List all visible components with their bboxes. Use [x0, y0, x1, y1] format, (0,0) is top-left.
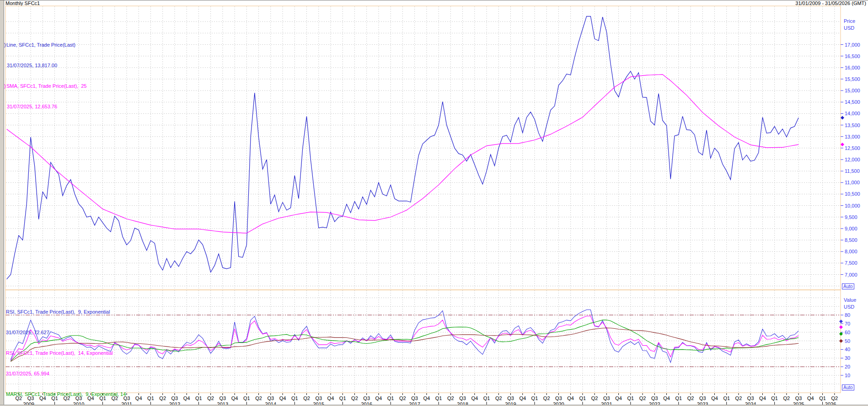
- price-tick-label: 15,500: [845, 76, 860, 82]
- price-tick-label: 7,500: [845, 260, 857, 266]
- price-tick-label: 8,500: [845, 237, 857, 243]
- x-quarter-label: Q1: [723, 395, 730, 401]
- x-quarter-label: Q2: [639, 395, 646, 401]
- price-scale-auto-button[interactable]: Auto: [842, 283, 854, 289]
- x-quarter-label: Q2: [255, 395, 262, 401]
- legend-marsi9-series[interactable]: MARSI, SFCc1, Trade Price(Last), 9, Expo…: [6, 391, 129, 398]
- legend-price-line-series[interactable]: )Line, SFCc1, Trade Price(Last): [4, 42, 86, 48]
- rsi-tick-label: 40: [845, 347, 850, 352]
- price-tick-label: 9,000: [845, 226, 857, 231]
- rsi-tick-label: 30: [845, 355, 850, 361]
- rsi-last-value-marker-icon: [839, 325, 843, 329]
- x-quarter-label: Q4: [711, 395, 718, 401]
- x-quarter-label: Q1: [483, 395, 490, 401]
- legend-rsi14-series[interactable]: RSI, SFCc1, Trade Price(Last), 14, Expon…: [6, 350, 129, 357]
- x-quarter-label: Q4: [279, 395, 286, 401]
- price-tick-label: 13,500: [845, 123, 860, 128]
- x-quarter-label: Q1: [627, 395, 634, 401]
- x-quarter-label: Q3: [603, 395, 610, 401]
- legend-label: RSI, SFCc1, Trade Price(Last), 14, Expon…: [6, 350, 113, 356]
- x-quarter-label: Q1: [339, 395, 346, 401]
- x-quarter-label: Q4: [231, 395, 238, 401]
- rsi-last-value-marker-icon: [839, 332, 843, 336]
- price-tick-label: 10,500: [845, 191, 860, 197]
- x-quarter-label: Q2: [735, 395, 742, 401]
- price-tick-label: 12,000: [845, 157, 860, 162]
- legend-label: RSI, SFCc1, Trade Price(Last), 9, Expone…: [6, 309, 110, 315]
- rsi-panel-border: [5, 290, 841, 393]
- x-quarter-label: Q2: [591, 395, 598, 401]
- rsi-tick-label: 20: [845, 364, 850, 369]
- legend-sma-series[interactable]: )SMA, SFCc1, Trade Price(Last), 25: [4, 83, 86, 90]
- price-tick-label: 8,000: [845, 249, 857, 254]
- legend-rsi14-value: 31/07/2025, 65.994: [6, 370, 129, 377]
- x-quarter-label: Q4: [471, 395, 478, 401]
- legend-rsi9-value: 31/07/2025, 72.627: [6, 329, 129, 336]
- x-quarter-label: Q1: [387, 395, 394, 401]
- rsi-last-value-marker-icon: [839, 320, 843, 323]
- price-tick-label: 14,000: [845, 111, 860, 116]
- x-quarter-label: Q2: [159, 395, 166, 401]
- legend-price-line-value: 31/07/2025, 13,817.00: [4, 62, 86, 69]
- rsi-tick-label: 70: [845, 321, 850, 326]
- x-quarter-label: Q2: [207, 395, 214, 401]
- price-tick-label: 11,500: [845, 168, 860, 174]
- value-axis-title: Value USD: [844, 297, 856, 310]
- price-tick-label: 14,500: [845, 99, 860, 105]
- x-quarter-label: Q3: [363, 395, 370, 401]
- x-quarter-label: Q3: [507, 395, 514, 401]
- legend-label: SMA, SFCc1, Trade Price(Last), 25: [6, 83, 86, 89]
- value-axis-title-line1: Value: [844, 297, 856, 304]
- rsi9-line-series: [11, 310, 798, 363]
- x-quarter-label: Q2: [783, 395, 790, 401]
- x-quarter-label: Q2: [303, 395, 310, 401]
- x-quarter-label: Q1: [675, 395, 682, 401]
- x-quarter-label: Q2: [495, 395, 502, 401]
- x-quarter-label: Q3: [171, 395, 178, 401]
- x-quarter-label: Q4: [375, 395, 382, 401]
- x-quarter-label: Q4: [519, 395, 526, 401]
- x-quarter-label: Q4: [183, 395, 190, 401]
- price-tick-label: 16,500: [845, 53, 860, 59]
- price-tick-label: 12,500: [845, 145, 860, 151]
- price-tick-label: 17,000: [845, 42, 860, 48]
- x-quarter-label: Q2: [447, 395, 454, 401]
- price-tick-label: 11,000: [845, 180, 860, 185]
- x-quarter-label: Q1: [819, 395, 826, 401]
- x-quarter-label: Q4: [663, 395, 670, 401]
- rsi-last-value-marker-icon: [839, 339, 843, 343]
- price-tick-label: 7,000: [845, 272, 857, 278]
- price-axis-title-line2: USD: [844, 25, 855, 32]
- rsi-tick-label: 10: [845, 373, 850, 378]
- x-quarter-label: Q3: [555, 395, 562, 401]
- rsi14-line-series: [11, 316, 798, 361]
- x-quarter-label: Q2: [687, 395, 694, 401]
- x-quarter-label: Q4: [135, 395, 142, 401]
- x-quarter-label: Q3: [459, 395, 466, 401]
- x-quarter-label: Q4: [423, 395, 430, 401]
- legend-label: Line, SFCc1, Trade Price(Last): [6, 42, 75, 48]
- legend-sma-value: 31/07/2025, 12,653.76: [4, 103, 86, 110]
- rsi-tick-label: 60: [845, 330, 850, 335]
- x-quarter-label: Q1: [771, 395, 778, 401]
- window-left-frame: [0, 0, 4, 406]
- price-tick-label: 10,000: [845, 203, 860, 208]
- x-quarter-label: Q2: [351, 395, 358, 401]
- x-quarter-label: Q1: [195, 395, 202, 401]
- price-tick-label: 15,000: [845, 88, 860, 93]
- price-axis-title: Price USD: [844, 18, 855, 32]
- marsi14-line-series: [11, 328, 798, 362]
- legend-value: 31/07/2025, 72.627: [6, 330, 49, 335]
- chart-canvas: 7,0007,5008,0008,5009,0009,50010,00010,5…: [0, 0, 868, 406]
- legend-rsi9-series[interactable]: RSI, SFCc1, Trade Price(Last), 9, Expone…: [6, 309, 129, 315]
- legend-value: 31/07/2025, 13,817.00: [7, 63, 57, 68]
- price-tick-label: 9,500: [845, 214, 857, 220]
- x-quarter-label: Q3: [267, 395, 274, 401]
- chart-window: Monthly SFCc1 31/01/2009 - 31/05/2026 (G…: [0, 0, 868, 406]
- price-panel-legend: )Line, SFCc1, Trade Price(Last) 31/07/20…: [4, 28, 86, 124]
- x-quarter-label: Q4: [759, 395, 766, 401]
- price-axis-title-line1: Price: [844, 18, 855, 25]
- x-quarter-label: Q3: [699, 395, 706, 401]
- rsi-scale-auto-button[interactable]: Auto: [842, 385, 854, 390]
- rsi-tick-label: 80: [845, 312, 850, 318]
